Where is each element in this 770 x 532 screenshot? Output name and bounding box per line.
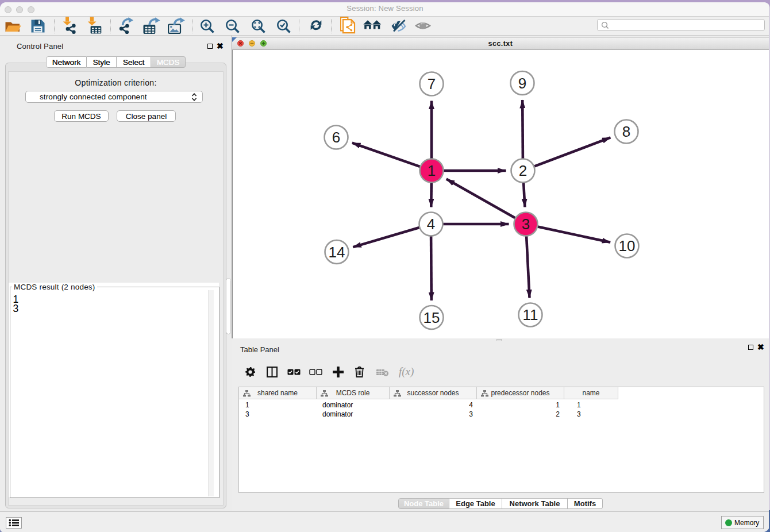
- svg-text:3: 3: [522, 215, 530, 233]
- svg-text:8: 8: [622, 123, 630, 140]
- svg-text:7: 7: [428, 75, 436, 92]
- svg-text:9: 9: [518, 75, 526, 92]
- svg-text:14: 14: [329, 244, 345, 261]
- svg-text:10: 10: [619, 237, 636, 255]
- svg-text:15: 15: [424, 309, 440, 326]
- svg-text:11: 11: [523, 306, 538, 323]
- svg-text:6: 6: [332, 129, 340, 146]
- svg-text:2: 2: [519, 162, 527, 179]
- svg-text:4: 4: [427, 215, 435, 233]
- svg-text:1: 1: [428, 162, 436, 179]
